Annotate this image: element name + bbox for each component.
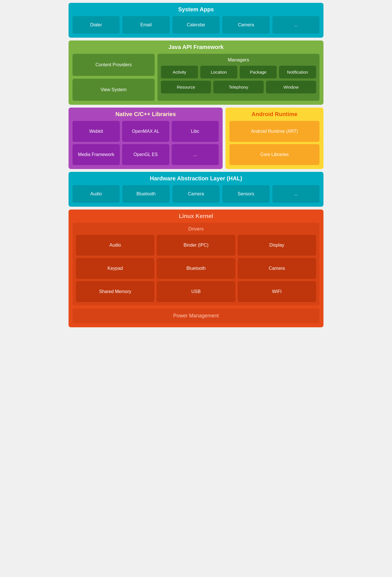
linux-kernel-title: Linux Kernel [73, 213, 319, 219]
managers-row-1: Activity Location Package Notification [161, 66, 316, 78]
android-runtime-title: Android Runtime [229, 111, 319, 117]
list-item: Window [266, 81, 316, 93]
system-apps-title: System Apps [73, 6, 319, 13]
list-item: Resource [161, 81, 211, 93]
list-item: USB [157, 281, 235, 302]
list-item: Media Framework [73, 144, 120, 165]
list-item: ... [272, 16, 319, 34]
drivers-box: Drivers Audio Binder (IPC) Display Keypa… [73, 223, 319, 305]
list-item: Location [200, 66, 237, 78]
java-api-title: Java API Framework [73, 44, 319, 50]
native-libs-grid: Webkit OpenMAX AL Libc Media Framework O… [73, 121, 219, 165]
list-item: Calendar [172, 16, 220, 34]
list-item: OpenGL ES [122, 144, 169, 165]
android-runtime-items: Android Runtime (ART) Core Libraries [229, 121, 319, 165]
android-runtime-layer: Android Runtime Android Runtime (ART) Co… [225, 108, 323, 169]
list-item: Bluetooth [157, 258, 235, 279]
list-item: Camera [222, 16, 269, 34]
list-item: Audio [76, 235, 154, 256]
list-item: WIFI [238, 281, 316, 302]
native-libs-layer: Native C/C++ Libraries Webkit OpenMAX AL… [69, 108, 223, 169]
list-item: Package [240, 66, 277, 78]
list-item: Binder (IPC) [157, 235, 235, 256]
view-system-item: View System [73, 79, 155, 101]
android-architecture-diagram: System Apps Dialer Email Calendar Camera… [69, 3, 323, 327]
native-libs-title: Native C/C++ Libraries [73, 111, 219, 117]
managers-grid: Activity Location Package Notification R… [161, 66, 316, 93]
list-item: Libc [172, 121, 219, 142]
native-runtime-row: Native C/C++ Libraries Webkit OpenMAX AL… [69, 108, 323, 169]
list-item: Android Runtime (ART) [229, 121, 319, 142]
list-item: OpenMAX AL [122, 121, 169, 142]
system-apps-layer: System Apps Dialer Email Calendar Camera… [69, 3, 323, 38]
drivers-row-2: Keypad Bluetooth Camera [76, 258, 316, 279]
power-management-item: Power Management [73, 308, 319, 323]
hal-title: Hardware Abstraction Layer (HAL) [73, 175, 319, 182]
list-item: Email [122, 16, 169, 34]
drivers-row-3: Shared Memory USB WIFI [76, 281, 316, 302]
native-libs-row-1: Webkit OpenMAX AL Libc [73, 121, 219, 142]
drivers-row-1: Audio Binder (IPC) Display [76, 235, 316, 256]
list-item: Bluetooth [122, 185, 169, 203]
system-apps-items: Dialer Email Calendar Camera ... [73, 16, 319, 34]
native-libs-row-2: Media Framework OpenGL ES ... [73, 144, 219, 165]
linux-kernel-layer: Linux Kernel Drivers Audio Binder (IPC) … [69, 210, 323, 327]
drivers-grid: Audio Binder (IPC) Display Keypad Blueto… [76, 235, 316, 302]
list-item: Core Libraries [229, 144, 319, 165]
list-item: Webkit [73, 121, 120, 142]
list-item: Activity [161, 66, 198, 78]
list-item: Camera [172, 185, 220, 203]
hal-items: Audio Bluetooth Camera Sensors ... [73, 185, 319, 203]
list-item: Display [238, 235, 316, 256]
java-api-left: Content Providers View System [73, 54, 155, 101]
content-providers-item: Content Providers [73, 54, 155, 76]
list-item: ... [172, 144, 219, 165]
list-item: Notification [279, 66, 316, 78]
managers-box: Managers Activity Location Package Notif… [157, 54, 319, 101]
list-item: ... [272, 185, 319, 203]
list-item: Audio [73, 185, 120, 203]
drivers-title: Drivers [76, 226, 316, 232]
list-item: Dialer [73, 16, 120, 34]
list-item: Sensors [222, 185, 269, 203]
list-item: Keypad [76, 258, 154, 279]
managers-row-2: Resource Telephony Window [161, 81, 316, 93]
hal-layer: Hardware Abstraction Layer (HAL) Audio B… [69, 172, 323, 207]
managers-title: Managers [161, 57, 316, 63]
list-item: Camera [238, 258, 316, 279]
list-item: Shared Memory [76, 281, 154, 302]
java-api-layer: Java API Framework Content Providers Vie… [69, 40, 323, 105]
java-api-content: Content Providers View System Managers A… [73, 54, 319, 101]
list-item: Telephony [213, 81, 263, 93]
